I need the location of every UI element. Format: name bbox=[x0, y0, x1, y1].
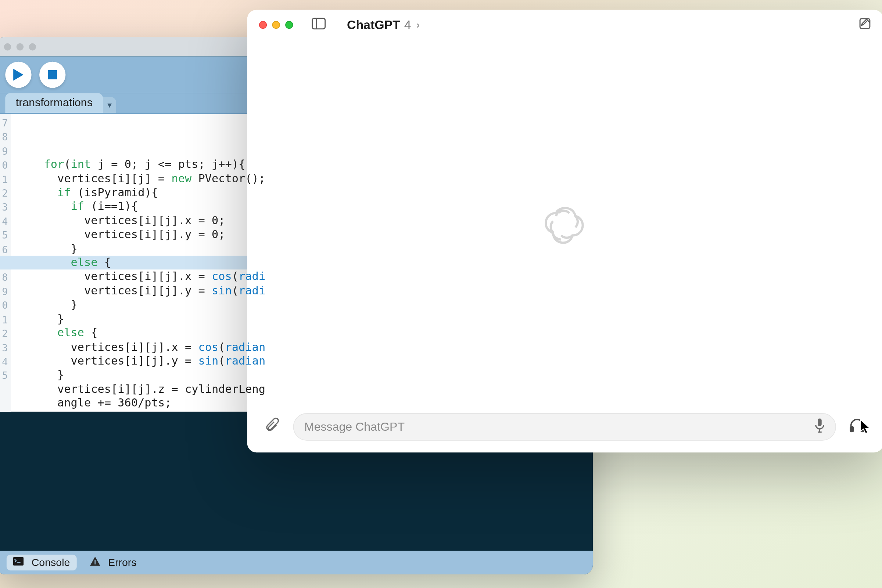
footer-tab-console-label: Console bbox=[32, 557, 70, 568]
svg-rect-4 bbox=[312, 18, 325, 29]
ide-traffic-dot bbox=[4, 43, 11, 50]
tab-dropdown[interactable]: ▼ bbox=[103, 97, 116, 113]
svg-rect-9 bbox=[861, 427, 864, 432]
attach-icon[interactable] bbox=[260, 412, 285, 441]
warning-icon bbox=[90, 557, 100, 568]
minimize-button[interactable] bbox=[272, 21, 280, 28]
traffic-lights bbox=[259, 21, 293, 28]
svg-rect-7 bbox=[818, 418, 822, 426]
app-title: ChatGPT bbox=[347, 18, 400, 32]
code-content: for(int j = 0; j <= pts; j++){ vertices[… bbox=[17, 158, 593, 412]
svg-rect-8 bbox=[850, 427, 854, 432]
close-button[interactable] bbox=[259, 21, 267, 28]
new-chat-icon[interactable] bbox=[858, 17, 872, 33]
footer-tab-errors[interactable]: Errors bbox=[90, 557, 137, 568]
svg-rect-1 bbox=[13, 557, 24, 566]
ide-traffic-dot bbox=[16, 43, 24, 50]
sidebar-toggle-icon[interactable] bbox=[312, 18, 326, 32]
zoom-button[interactable] bbox=[285, 21, 293, 28]
svg-rect-3 bbox=[94, 563, 96, 564]
footer-tab-console[interactable]: Console bbox=[7, 555, 76, 571]
code-editor[interactable]: 7 8 9 0 1 2 3 4 5 6 7 8 9 0 1 2 3 4 5 fo… bbox=[0, 114, 593, 412]
ide-footer: Console Errors bbox=[0, 551, 593, 574]
chatgpt-titlebar: ChatGPT 4 › bbox=[248, 10, 882, 40]
run-button[interactable] bbox=[5, 62, 31, 88]
tab-transformations[interactable]: transformations bbox=[5, 93, 103, 113]
model-version: 4 bbox=[404, 18, 411, 32]
svg-rect-2 bbox=[94, 560, 96, 562]
footer-tab-errors-label: Errors bbox=[108, 557, 137, 568]
stop-button[interactable] bbox=[39, 62, 65, 88]
message-input[interactable] bbox=[304, 420, 804, 434]
ide-traffic-dot bbox=[29, 43, 36, 50]
chat-input-bar bbox=[248, 411, 882, 452]
message-input-box[interactable] bbox=[293, 413, 836, 441]
model-selector[interactable]: ChatGPT 4 › bbox=[347, 18, 420, 32]
terminal-icon bbox=[13, 557, 24, 568]
chevron-right-icon: › bbox=[416, 19, 420, 31]
microphone-icon[interactable] bbox=[814, 418, 825, 435]
svg-rect-0 bbox=[48, 70, 57, 80]
headphones-icon[interactable] bbox=[844, 412, 870, 441]
